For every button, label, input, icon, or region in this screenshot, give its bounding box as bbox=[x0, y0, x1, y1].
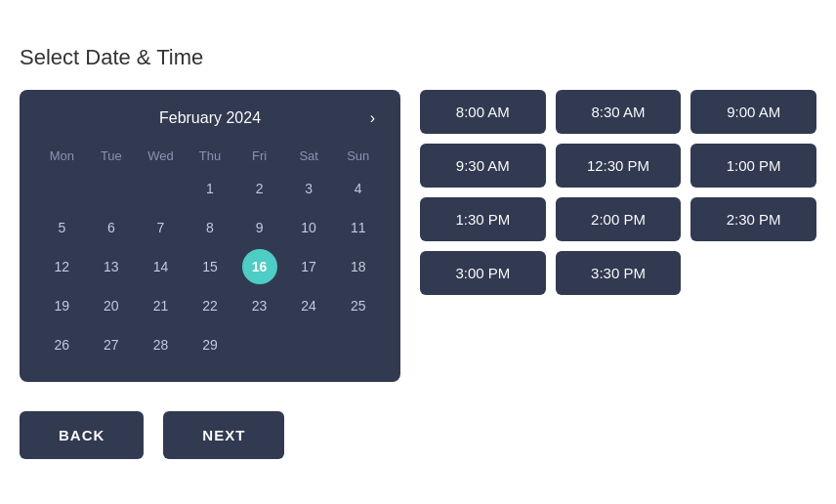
calendar-day-cell[interactable]: 22 bbox=[192, 288, 228, 323]
calendar-day-cell bbox=[242, 327, 277, 362]
calendar-day-cell[interactable]: 16 bbox=[242, 249, 277, 284]
calendar-day-cell[interactable]: 12 bbox=[44, 249, 79, 284]
time-slot-button[interactable]: 12:30 PM bbox=[556, 144, 682, 188]
calendar-day-cell[interactable]: 2 bbox=[242, 171, 277, 206]
calendar-day-cell[interactable]: 3 bbox=[291, 171, 326, 206]
calendar-day-cell bbox=[341, 327, 376, 362]
button-row: BACK NEXT bbox=[20, 411, 816, 459]
calendar-day-cell[interactable]: 24 bbox=[291, 288, 326, 323]
calendar-day-cell bbox=[94, 171, 129, 206]
calendar-day-cell bbox=[291, 327, 326, 362]
calendar-day-cell[interactable]: 15 bbox=[192, 249, 228, 284]
time-slot-button[interactable]: 2:00 PM bbox=[556, 197, 682, 241]
next-month-button[interactable]: › bbox=[364, 107, 381, 129]
content-row: February 2024 › MonTueWedThuFriSatSun123… bbox=[20, 90, 816, 382]
time-slot-button[interactable]: 8:00 AM bbox=[420, 90, 546, 134]
calendar-day-cell bbox=[143, 171, 178, 206]
calendar-day-cell[interactable]: 28 bbox=[143, 327, 178, 362]
calendar-day-cell[interactable]: 27 bbox=[94, 327, 129, 362]
calendar-day-header: Thu bbox=[188, 145, 233, 167]
calendar-day-cell[interactable]: 20 bbox=[94, 288, 129, 323]
time-slot-button[interactable]: 3:00 PM bbox=[420, 251, 546, 295]
calendar-day-cell[interactable]: 11 bbox=[341, 210, 376, 245]
time-slots-grid: 8:00 AM8:30 AM9:00 AM9:30 AM12:30 PM1:00… bbox=[420, 90, 816, 295]
page-title: Select Date & Time bbox=[20, 45, 816, 70]
calendar-day-header: Mon bbox=[39, 145, 85, 167]
calendar-day-header: Wed bbox=[138, 145, 184, 167]
time-slot-button[interactable]: 9:30 AM bbox=[420, 144, 546, 188]
calendar-day-cell[interactable]: 14 bbox=[143, 249, 178, 284]
calendar-day-cell[interactable]: 7 bbox=[143, 210, 178, 245]
calendar-day-header: Sun bbox=[335, 145, 381, 167]
calendar-day-cell[interactable]: 17 bbox=[291, 249, 326, 284]
calendar-day-cell[interactable]: 13 bbox=[94, 249, 129, 284]
calendar-day-cell[interactable]: 29 bbox=[192, 327, 228, 362]
calendar: February 2024 › MonTueWedThuFriSatSun123… bbox=[20, 90, 400, 382]
time-slot-button[interactable]: 8:30 AM bbox=[556, 90, 682, 134]
calendar-day-cell[interactable]: 9 bbox=[242, 210, 277, 245]
back-button[interactable]: BACK bbox=[20, 411, 144, 459]
calendar-day-cell[interactable]: 23 bbox=[242, 288, 277, 323]
calendar-day-cell bbox=[44, 171, 79, 206]
time-slot-button[interactable]: 2:30 PM bbox=[690, 197, 816, 241]
calendar-day-cell[interactable]: 5 bbox=[44, 210, 79, 245]
calendar-day-cell[interactable]: 6 bbox=[94, 210, 129, 245]
calendar-day-cell[interactable]: 21 bbox=[143, 288, 178, 323]
calendar-header: February 2024 › bbox=[39, 109, 381, 127]
calendar-day-cell[interactable]: 10 bbox=[291, 210, 326, 245]
next-button[interactable]: NEXT bbox=[163, 411, 284, 459]
calendar-day-header: Tue bbox=[89, 145, 135, 167]
calendar-day-cell[interactable]: 25 bbox=[341, 288, 376, 323]
calendar-day-cell[interactable]: 4 bbox=[341, 171, 376, 206]
calendar-month-year: February 2024 bbox=[159, 109, 261, 127]
time-slot-button[interactable]: 1:00 PM bbox=[690, 144, 816, 188]
calendar-day-cell[interactable]: 1 bbox=[192, 171, 228, 206]
page-container: Select Date & Time February 2024 › MonTu… bbox=[20, 45, 816, 459]
calendar-day-header: Fri bbox=[236, 145, 282, 167]
calendar-day-cell[interactable]: 18 bbox=[341, 249, 376, 284]
time-slot-button[interactable]: 1:30 PM bbox=[420, 197, 546, 241]
time-slot-button[interactable]: 9:00 AM bbox=[690, 90, 816, 134]
calendar-grid: MonTueWedThuFriSatSun1234567891011121314… bbox=[39, 145, 381, 362]
time-slot-button[interactable]: 3:30 PM bbox=[556, 251, 682, 295]
calendar-day-cell[interactable]: 26 bbox=[44, 327, 79, 362]
calendar-day-cell[interactable]: 19 bbox=[44, 288, 79, 323]
calendar-day-cell[interactable]: 8 bbox=[192, 210, 228, 245]
calendar-day-header: Sat bbox=[286, 145, 332, 167]
